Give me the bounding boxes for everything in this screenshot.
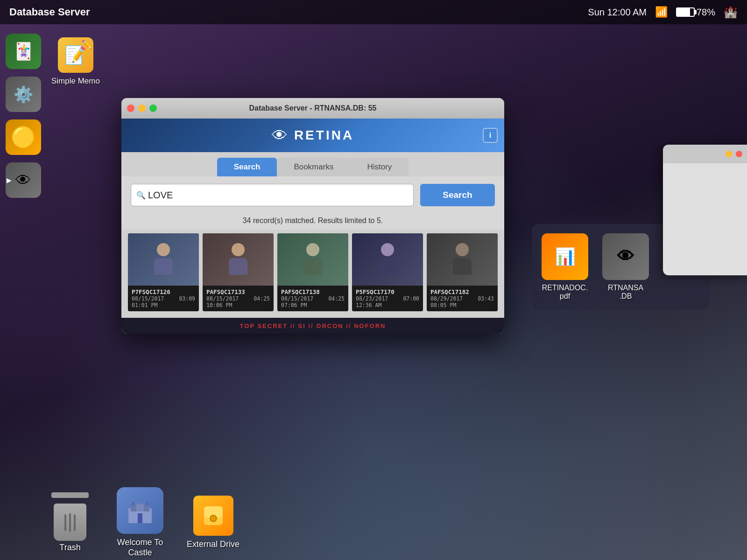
rtnansa-label: RTNANSA.DB xyxy=(608,284,643,301)
second-window-minimize-btn[interactable] xyxy=(726,151,732,157)
simple-memo-label: Simple Memo xyxy=(51,77,100,86)
info-button[interactable]: i xyxy=(483,128,498,143)
result-card-1[interactable]: PAFSQC17133 08/15/2017 04:25 10:06 PM xyxy=(203,233,274,311)
result-id-3: P5FSQC17170 xyxy=(356,288,419,295)
classification-label: TOP SECRET // SI // ORCON // NOFORN xyxy=(240,322,386,329)
eye-icon: 👁 xyxy=(15,171,31,189)
result-card-0[interactable]: P7FSQC17126 08/15/2017 03:09 01:01 PM xyxy=(128,233,199,311)
svg-rect-4 xyxy=(131,505,136,511)
result-time-0: 01:01 PM xyxy=(132,302,195,308)
file-icon-retinadoc[interactable]: 📊 RETINADOC.pdf xyxy=(542,233,588,301)
svg-rect-8 xyxy=(146,502,148,506)
external-drive-icon xyxy=(193,496,233,536)
dock-item-trash[interactable]: Trash xyxy=(47,492,93,553)
pdf-icon: 📊 xyxy=(542,233,588,280)
retina-title: RETINA xyxy=(294,128,354,143)
svg-rect-6 xyxy=(136,504,144,511)
result-meta-1: PAFSQC17133 08/15/2017 04:25 10:06 PM xyxy=(203,286,274,311)
castle-icon: 🏰 xyxy=(724,6,738,19)
time-label: Sun 12:00 AM xyxy=(588,7,647,18)
status-bar-right: Sun 12:00 AM 📶 78% 🏰 xyxy=(588,6,738,19)
battery-bar xyxy=(676,7,695,17)
svg-rect-11 xyxy=(138,513,142,523)
person-shape-4 xyxy=(451,243,474,276)
desktop-icon-simple-memo[interactable]: 📝 Simple Memo xyxy=(51,37,100,86)
tab-bar: Search Bookmarks History xyxy=(121,152,504,176)
sidebar-item-settings[interactable]: ⚙️ xyxy=(6,77,41,112)
second-window-titlebar xyxy=(663,145,747,163)
battery-fill xyxy=(677,8,690,16)
welcome-castle-label: Welcome ToCastle xyxy=(117,538,163,558)
tab-bookmarks[interactable]: Bookmarks xyxy=(277,158,350,176)
search-icon: 🔍 xyxy=(136,191,146,200)
settings-icon: ⚙️ xyxy=(14,85,33,104)
sidebar-item-cards[interactable]: 🃏 xyxy=(6,34,41,69)
second-window xyxy=(663,145,747,275)
result-date-0: 08/15/2017 03:09 xyxy=(132,295,195,302)
result-date-4: 08/29/2017 03:43 xyxy=(430,295,494,302)
results-count-text: 34 record(s) matched. Results limited to… xyxy=(243,217,383,224)
modal-titlebar: ✕ − + Database Server - RTNANSA.DB: 55 xyxy=(121,98,504,119)
person-shape-2 xyxy=(301,243,324,276)
result-meta-3: P5FSQC17170 08/23/2017 07:00 12:36 AM xyxy=(352,286,423,311)
search-input[interactable] xyxy=(131,184,414,206)
welcome-castle-icon xyxy=(117,487,163,534)
result-card-2[interactable]: PAFSQC17138 08/15/2017 04:25 07:06 PM xyxy=(277,233,348,311)
window-title: Database Server - RTNANSA.DB: 55 xyxy=(249,104,377,112)
database-server-window: ✕ − + Database Server - RTNANSA.DB: 55 👁… xyxy=(121,98,504,334)
trash-icon xyxy=(47,492,93,539)
result-id-1: PAFSQC17133 xyxy=(206,288,270,295)
result-id-0: P7FSQC17126 xyxy=(132,288,195,295)
external-drive-label: External Drive xyxy=(187,539,240,550)
svg-rect-7 xyxy=(132,502,134,506)
result-thumbnail-4 xyxy=(427,233,498,286)
drive-icon: 🟡 xyxy=(11,125,36,149)
dock-item-welcome-to-castle[interactable]: Welcome ToCastle xyxy=(117,487,163,558)
bottom-dock: Trash Welcome ToCastle xyxy=(0,485,747,560)
result-meta-0: P7FSQC17126 08/15/2017 03:09 01:01 PM xyxy=(128,286,199,311)
result-card-4[interactable]: PAFSQC17182 08/29/2017 03:43 08:05 PM xyxy=(427,233,498,311)
result-meta-2: PAFSQC17138 08/15/2017 04:25 07:06 PM xyxy=(277,286,348,311)
result-thumbnail-1 xyxy=(203,233,274,286)
result-time-2: 07:06 PM xyxy=(281,302,345,308)
result-thumbnail-0 xyxy=(128,233,199,286)
result-date-3: 08/23/2017 07:00 xyxy=(356,295,419,302)
search-area: 🔍 Search xyxy=(121,176,504,214)
search-input-wrapper: 🔍 xyxy=(131,184,414,206)
expand-arrow-icon: ▶ xyxy=(7,176,12,184)
tab-search[interactable]: Search xyxy=(217,158,277,176)
results-info: 34 record(s) matched. Results limited to… xyxy=(121,214,504,230)
db-icon: 👁 xyxy=(602,233,649,280)
tab-history[interactable]: History xyxy=(350,158,409,176)
search-button[interactable]: Search xyxy=(420,184,495,206)
result-time-4: 08:05 PM xyxy=(430,302,494,308)
result-thumbnail-2 xyxy=(277,233,348,286)
result-card-3[interactable]: P5FSQC17170 08/23/2017 07:00 12:36 AM xyxy=(352,233,423,311)
result-date-2: 08/15/2017 04:25 xyxy=(281,295,345,302)
maximize-button[interactable]: + xyxy=(149,105,157,112)
modal-footer: TOP SECRET // SI // ORCON // NOFORN xyxy=(121,318,504,334)
battery-pct-label: 78% xyxy=(697,7,715,18)
cards-icon: 🃏 xyxy=(13,42,34,61)
sidebar-dock: 🃏 ⚙️ 🟡 ▶ 👁 xyxy=(0,24,47,560)
svg-rect-5 xyxy=(144,505,149,511)
close-button[interactable]: ✕ xyxy=(127,105,134,112)
wifi-icon: 📶 xyxy=(655,6,668,18)
result-id-4: PAFSQC17182 xyxy=(430,288,494,295)
retina-banner-inner: 👁 RETINA xyxy=(272,126,354,145)
person-shape-0 xyxy=(152,243,175,276)
sidebar-item-eye[interactable]: ▶ 👁 xyxy=(6,162,41,198)
status-bar: Database Server Sun 12:00 AM 📶 78% 🏰 xyxy=(0,0,747,24)
trash-label: Trash xyxy=(59,543,80,553)
battery-indicator: 78% xyxy=(676,7,715,18)
file-icon-rtnansa[interactable]: 👁 RTNANSA.DB xyxy=(602,233,649,301)
result-meta-4: PAFSQC17182 08/29/2017 03:43 08:05 PM xyxy=(427,286,498,311)
dock-item-external-drive[interactable]: External Drive xyxy=(187,496,240,550)
minimize-button[interactable]: − xyxy=(138,105,146,112)
sidebar-item-drive[interactable]: 🟡 xyxy=(6,119,41,155)
result-id-2: PAFSQC17138 xyxy=(281,288,345,295)
retinadoc-label: RETINADOC.pdf xyxy=(542,284,588,301)
second-window-close-btn[interactable] xyxy=(736,151,742,157)
svg-rect-9 xyxy=(138,502,140,504)
person-shape-3 xyxy=(376,243,399,276)
